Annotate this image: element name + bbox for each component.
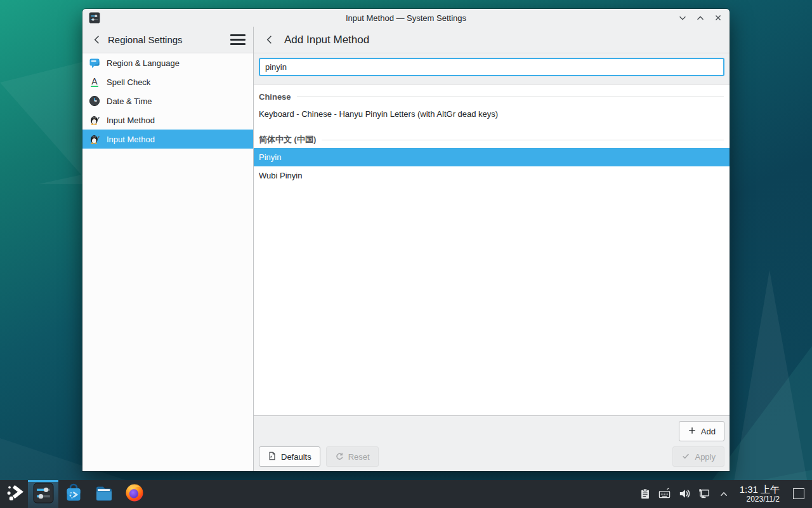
input-method-icon bbox=[89, 114, 100, 126]
application-launcher-icon bbox=[5, 483, 24, 505]
defaults-button[interactable]: Defaults bbox=[259, 446, 320, 467]
volume-icon[interactable] bbox=[678, 487, 691, 501]
application-launcher-button[interactable] bbox=[1, 480, 28, 508]
sidebar-header: Regional Settings bbox=[82, 27, 253, 53]
sidebar-list: Region & Language A Spell Check bbox=[82, 53, 253, 471]
page-header: Add Input Method bbox=[254, 27, 730, 53]
clock-time: 1:31 上午 bbox=[740, 485, 780, 495]
sidebar-item-label: Spell Check bbox=[107, 77, 150, 87]
menu-icon[interactable] bbox=[230, 33, 246, 47]
sidebar-item-input-method-selected[interactable]: Input Method bbox=[82, 130, 253, 149]
expand-tray-icon[interactable] bbox=[717, 487, 731, 501]
clock-date: 2023/11/2 bbox=[740, 495, 780, 504]
input-method-list: Chinese Keyboard - Chinese - Hanyu Pinyi… bbox=[254, 84, 730, 416]
close-button[interactable] bbox=[712, 11, 724, 24]
spell-check-icon: A bbox=[89, 76, 100, 88]
sidebar-item-label: Date & Time bbox=[107, 97, 152, 106]
titlebar[interactable]: Input Method — System Settings bbox=[82, 9, 730, 27]
apply-check-icon bbox=[681, 451, 690, 462]
minimize-button[interactable] bbox=[676, 11, 689, 24]
page-back-button[interactable] bbox=[263, 33, 277, 47]
system-settings-icon bbox=[33, 483, 54, 506]
list-item-keyboard-hanyu-pinyin[interactable]: Keyboard - Chinese - Hanyu Pinyin Letter… bbox=[254, 105, 730, 123]
main-pane: Add Input Method Chinese Keyboard - Chin… bbox=[254, 27, 730, 471]
sidebar-item-date-time[interactable]: Date & Time bbox=[82, 91, 253, 110]
show-desktop-button[interactable] bbox=[793, 488, 804, 499]
reset-undo-icon bbox=[335, 451, 344, 462]
defaults-document-icon bbox=[268, 451, 277, 462]
section-divider bbox=[297, 97, 724, 97]
system-tray: 1:31 上午 2023/11/2 bbox=[638, 485, 812, 504]
dolphin-file-manager-icon bbox=[94, 483, 114, 505]
section-header-chinese: Chinese bbox=[254, 88, 730, 105]
taskbar-dolphin[interactable] bbox=[89, 480, 119, 508]
network-icon[interactable] bbox=[697, 487, 711, 501]
add-button[interactable]: Add bbox=[679, 421, 724, 441]
sidebar-title: Regional Settings bbox=[108, 34, 183, 45]
section-divider bbox=[322, 140, 724, 140]
list-item-wubi-pinyin[interactable]: Wubi Pinyin bbox=[254, 166, 730, 185]
system-settings-window: Input Method — System Settings bbox=[82, 9, 730, 471]
sidebar-item-label: Input Method bbox=[107, 116, 155, 125]
page-title: Add Input Method bbox=[284, 34, 369, 46]
clipboard-icon[interactable] bbox=[638, 487, 652, 501]
reset-button[interactable]: Reset bbox=[326, 446, 379, 467]
sidebar-item-input-method[interactable]: Input Method bbox=[82, 110, 253, 130]
firefox-icon bbox=[124, 483, 145, 505]
system-settings-app-icon bbox=[89, 12, 100, 23]
taskbar: 1:31 上午 2023/11/2 bbox=[0, 480, 812, 508]
input-method-icon bbox=[89, 133, 100, 145]
search-input[interactable] bbox=[259, 58, 724, 76]
taskbar-discover[interactable] bbox=[58, 480, 89, 508]
taskbar-firefox[interactable] bbox=[119, 480, 150, 508]
keyboard-layout-icon[interactable] bbox=[658, 487, 672, 501]
sidebar-back-button[interactable] bbox=[90, 33, 104, 47]
sidebar-item-spell-check[interactable]: A Spell Check bbox=[82, 72, 253, 91]
region-language-icon bbox=[89, 57, 100, 69]
footer: Add Defaults bbox=[254, 416, 730, 471]
taskbar-system-settings[interactable] bbox=[28, 480, 58, 508]
list-item-pinyin[interactable]: Pinyin bbox=[254, 148, 730, 166]
date-time-icon bbox=[89, 95, 100, 107]
apply-button[interactable]: Apply bbox=[672, 446, 724, 467]
maximize-button[interactable] bbox=[694, 11, 707, 24]
taskbar-clock[interactable]: 1:31 上午 2023/11/2 bbox=[740, 485, 780, 504]
desktop: Input Method — System Settings bbox=[0, 0, 812, 508]
discover-icon bbox=[63, 483, 84, 505]
section-header-simplified-chinese: 简体中文 (中国) bbox=[254, 131, 730, 148]
sidebar-item-label: Input Method bbox=[107, 135, 155, 144]
search-area bbox=[254, 53, 730, 84]
plus-icon bbox=[688, 426, 697, 437]
sidebar: Regional Settings Regi bbox=[82, 27, 254, 471]
sidebar-item-label: Region & Language bbox=[107, 58, 180, 68]
window-title: Input Method — System Settings bbox=[82, 13, 730, 23]
sidebar-item-region-language[interactable]: Region & Language bbox=[82, 53, 253, 72]
